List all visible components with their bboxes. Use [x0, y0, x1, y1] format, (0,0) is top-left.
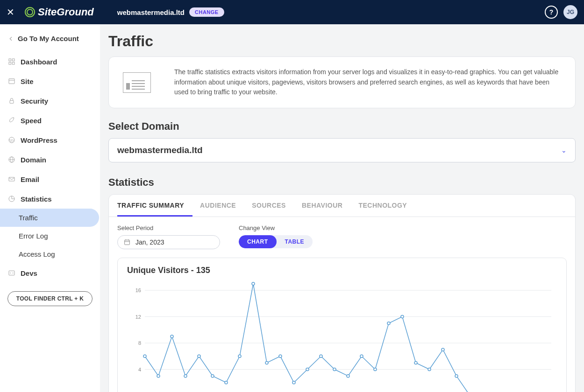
pie-icon [7, 195, 16, 203]
svg-point-61 [387, 322, 390, 325]
svg-point-46 [184, 375, 187, 378]
sidebar-item-label: Email [21, 175, 39, 183]
svg-text:4: 4 [138, 367, 141, 372]
svg-point-52 [265, 361, 268, 364]
grid-icon [7, 57, 16, 66]
svg-point-51 [252, 282, 255, 285]
back-to-account-link[interactable]: Go To My Account [0, 32, 100, 52]
statistics-heading: Statistics [108, 176, 576, 189]
sidebar-item-dashboard[interactable]: Dashboard [0, 52, 100, 71]
svg-rect-6 [10, 100, 14, 103]
code-icon [7, 269, 16, 277]
chart-area: 0481216Jan 02Jan 04Jan 06Jan 08Jan 10Jan… [127, 279, 557, 392]
svg-point-54 [292, 381, 295, 384]
svg-point-55 [306, 368, 309, 371]
sidebar-item-label: Statistics [21, 195, 52, 203]
sidebar-item-label: Security [21, 97, 48, 105]
tab-audience[interactable]: AUDIENCE [200, 195, 244, 217]
svg-point-66 [455, 375, 458, 378]
tab-traffic-summary[interactable]: TRAFFIC SUMMARY [117, 195, 192, 217]
line-chart: 0481216Jan 02Jan 04Jan 06Jan 08Jan 10Jan… [127, 279, 557, 392]
tab-behaviour[interactable]: BEHAVIOUR [302, 195, 351, 217]
svg-point-57 [333, 368, 336, 371]
info-text: The traffic statistics extracts visitors… [174, 67, 561, 98]
period-select[interactable]: Jan, 2023 [117, 235, 220, 249]
sidebar: Go To My Account Dashboard Site Security… [0, 24, 100, 392]
sidebar-item-domain[interactable]: Domain [0, 150, 100, 169]
period-label: Select Period [117, 224, 220, 231]
tabs: TRAFFIC SUMMARY AUDIENCE SOURCES BEHAVIO… [109, 194, 575, 217]
sidebar-subitem-access-log[interactable]: Access Log [0, 245, 100, 263]
sidebar-item-speed[interactable]: Speed [0, 111, 100, 130]
domain-select-value: webmastermedia.ltd [117, 145, 203, 155]
main: Traffic The traffic statistics extracts … [100, 24, 584, 392]
change-domain-button[interactable]: CHANGE [189, 7, 224, 17]
sidebar-subitem-traffic[interactable]: Traffic [0, 209, 99, 227]
sidebar-item-label: Devs [21, 269, 37, 277]
stats-illustration-icon [123, 72, 151, 93]
close-icon[interactable]: ✕ [7, 7, 14, 18]
chart-box: Unique Visitors - 135 0481216Jan 02Jan 0… [117, 258, 567, 392]
svg-rect-1 [12, 59, 14, 61]
info-card: The traffic statistics extracts visitors… [108, 56, 576, 108]
svg-rect-11 [9, 177, 14, 181]
controls: Select Period Jan, 2023 Change View CHAR… [109, 217, 575, 251]
sidebar-item-statistics[interactable]: Statistics [0, 189, 100, 209]
window-icon [7, 77, 16, 85]
svg-text:12: 12 [135, 314, 141, 320]
svg-rect-0 [9, 59, 11, 61]
statistics-card: TRAFFIC SUMMARY AUDIENCE SOURCES BEHAVIO… [108, 194, 576, 392]
sidebar-item-wordpress[interactable]: WordPress [0, 130, 100, 150]
svg-point-59 [360, 355, 363, 357]
sidebar-subitem-error-log[interactable]: Error Log [0, 227, 100, 245]
tab-technology[interactable]: TECHNOLOGY [358, 195, 415, 217]
change-view-label: Change View [239, 224, 313, 231]
svg-point-47 [198, 355, 200, 357]
sidebar-item-security[interactable]: Security [0, 91, 100, 111]
svg-point-45 [171, 335, 173, 338]
help-icon[interactable]: ? [545, 6, 558, 19]
rocket-icon [7, 116, 16, 125]
page-title: Traffic [108, 33, 576, 50]
svg-point-43 [143, 355, 146, 357]
topbar: ✕ SiteGround webmastermedia.ltd CHANGE ?… [0, 0, 584, 24]
svg-point-63 [414, 361, 417, 364]
svg-rect-13 [9, 271, 14, 275]
view-toggle: CHART TABLE [239, 235, 313, 248]
logo-text: SiteGround [38, 6, 94, 18]
wordpress-icon [7, 136, 16, 144]
sidebar-item-label: Speed [21, 117, 42, 125]
svg-text:16: 16 [135, 287, 141, 293]
sidebar-item-label: Dashboard [21, 58, 57, 66]
svg-point-62 [401, 315, 404, 318]
chart-title: Unique Visitors - 135 [127, 266, 557, 275]
sidebar-item-email[interactable]: Email [0, 169, 100, 189]
sidebar-item-label: Domain [21, 156, 46, 164]
tab-sources[interactable]: SOURCES [252, 195, 294, 217]
svg-point-49 [225, 381, 228, 384]
svg-point-64 [428, 368, 431, 371]
svg-point-48 [211, 375, 214, 378]
svg-point-60 [374, 368, 377, 371]
view-table-button[interactable]: TABLE [277, 235, 313, 248]
svg-point-53 [279, 355, 282, 357]
svg-point-44 [157, 375, 160, 378]
sidebar-item-devs[interactable]: Devs [0, 263, 100, 283]
back-label: Go To My Account [18, 35, 79, 42]
lock-icon [7, 97, 16, 105]
topbar-domain: webmastermedia.ltd [117, 8, 185, 16]
svg-rect-2 [9, 62, 11, 64]
mail-icon [7, 175, 16, 183]
view-chart-button[interactable]: CHART [239, 235, 277, 248]
domain-select[interactable]: webmastermedia.ltd ⌄ [108, 138, 576, 162]
sidebar-subgroup-statistics: Traffic Error Log Access Log [0, 209, 100, 263]
tool-finder-button[interactable]: TOOL FINDER CTRL + K [7, 291, 93, 306]
logo[interactable]: SiteGround [25, 6, 94, 18]
logo-mark-icon [25, 7, 35, 17]
svg-rect-4 [9, 79, 14, 84]
avatar[interactable]: JG [563, 5, 577, 19]
svg-point-50 [238, 355, 241, 357]
svg-rect-14 [125, 240, 130, 245]
sidebar-item-site[interactable]: Site [0, 71, 100, 91]
svg-point-65 [442, 348, 444, 351]
